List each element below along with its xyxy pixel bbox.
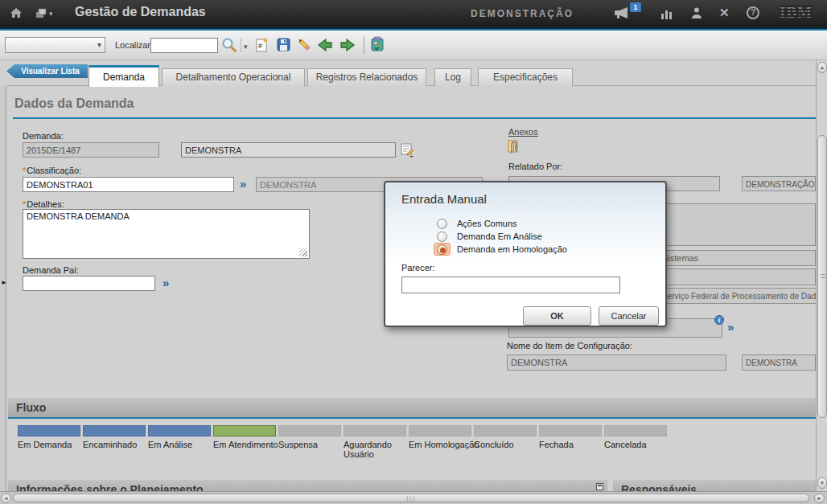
- classificacao-label: *Classificação:: [23, 166, 81, 175]
- fluxo-step-bar: [604, 425, 667, 436]
- svg-text:#: #: [258, 42, 262, 50]
- app-switcher-caret-icon[interactable]: ▾: [49, 8, 53, 20]
- ibm-logo: IBM: [780, 4, 813, 22]
- horizontal-scrollbar[interactable]: ◄ ||| ►: [0, 491, 827, 504]
- long-description-icon[interactable]: [401, 143, 415, 161]
- profile-icon[interactable]: [691, 7, 702, 22]
- item-detail-chevron[interactable]: »: [727, 321, 734, 333]
- required-icon: *: [23, 166, 26, 175]
- detalhes-label: *Detalhes:: [23, 199, 64, 209]
- classificacao-detail-chevron[interactable]: »: [240, 178, 246, 190]
- radio-option-label: Ações Comuns: [457, 219, 517, 228]
- tab-demanda[interactable]: Demanda: [88, 65, 159, 87]
- textarea-resize-grip[interactable]: [299, 248, 307, 256]
- section-rule: [13, 117, 816, 119]
- parecer-input[interactable]: [401, 277, 620, 293]
- radio-highlight: [434, 243, 451, 256]
- scroll-down-button[interactable]: ▼: [817, 477, 827, 489]
- anexos-paperclip-icon[interactable]: [507, 140, 521, 158]
- demanda-pai-label: Demanda Pai:: [23, 265, 79, 275]
- horizontal-scroll-thumb[interactable]: |||: [13, 494, 809, 502]
- fluxo-step-label: Aguardando Usuário: [344, 440, 395, 459]
- radio-option[interactable]: Demanda Em Análise: [434, 230, 567, 243]
- previous-record-icon[interactable]: [315, 37, 334, 56]
- vertical-scroll-thumb[interactable]: [817, 135, 827, 418]
- top-bar: ▾ Gestão de Demandas DEMONSTRAÇÃO 1 ✕ ? …: [0, 0, 827, 27]
- demanda-id-field: 2015DE/1487: [23, 142, 159, 158]
- view-list-tab[interactable]: Visualizar Lista: [6, 64, 88, 78]
- radio-icon[interactable]: [437, 244, 447, 255]
- workflow-icon[interactable]: [369, 36, 385, 55]
- tab-especificacoes[interactable]: Especificações: [478, 68, 573, 86]
- localizar-input[interactable]: [150, 38, 218, 53]
- next-record-icon[interactable]: [339, 37, 357, 56]
- fluxo-section-title: Fluxo: [16, 401, 46, 414]
- home-icon[interactable]: [10, 7, 23, 22]
- radio-group: Ações ComunsDemanda Em AnáliseDemanda em…: [434, 217, 567, 256]
- fluxo-step: Concluído: [474, 425, 537, 459]
- radio-icon[interactable]: [437, 232, 447, 242]
- relatado-por-org-field: DEMONSTRAÇÃO: [742, 176, 816, 191]
- tab-log[interactable]: Log: [434, 68, 471, 86]
- relatado-por-label: Relatado Por:: [508, 162, 562, 171]
- radio-option-label: Demanda em Homologação: [457, 244, 567, 254]
- fluxo-step-bar: [83, 425, 146, 436]
- scroll-left-button[interactable]: ◄: [1, 494, 11, 503]
- vertical-scrollbar[interactable]: ▲ ▼: [816, 60, 827, 491]
- fluxo-step-bar: [344, 425, 406, 436]
- thumb-grip: [821, 274, 825, 278]
- search-options-caret-icon[interactable]: ▾: [244, 41, 248, 53]
- fluxo-step-label: Encaminhado: [83, 440, 146, 449]
- search-icon[interactable]: [221, 37, 237, 56]
- radio-option[interactable]: Demanda em Homologação: [434, 243, 567, 256]
- application-window: ▾ Gestão de Demandas DEMONSTRAÇÃO 1 ✕ ? …: [0, 0, 827, 504]
- readonly-field: [658, 203, 816, 246]
- notification-badge: 1: [630, 2, 641, 12]
- demanda-desc-field: DEMONSTRA: [181, 142, 396, 158]
- fluxo-step-bar: [278, 425, 341, 436]
- help-icon[interactable]: ?: [747, 6, 759, 19]
- fluxo-step: Encaminhado: [83, 425, 146, 459]
- radio-option[interactable]: Ações Comuns: [434, 217, 567, 230]
- fluxo-step-label: Em Atendimento: [213, 440, 276, 449]
- classificacao-input[interactable]: [23, 177, 234, 192]
- toolbar: ▾ Localizar: ▾ #: [0, 31, 827, 60]
- nome-item-desc-field: DEMONSTRA: [742, 354, 816, 371]
- nome-item-field: DEMONSTRA: [507, 354, 726, 371]
- new-record-icon[interactable]: #: [256, 37, 269, 52]
- query-select[interactable]: ▾: [5, 37, 105, 53]
- fluxo-step-bar: [539, 425, 602, 436]
- ok-button[interactable]: OK: [523, 306, 591, 326]
- detalhes-textarea[interactable]: DEMONSTRA DEMANDA: [23, 209, 310, 259]
- tab-registros-relacionados[interactable]: Registros Relacionados: [307, 68, 426, 86]
- fluxo-step: Fechada: [539, 425, 602, 459]
- anexos-link[interactable]: Anexos: [508, 127, 538, 137]
- radio-icon[interactable]: [437, 219, 447, 229]
- fluxo-step-bar: [474, 425, 537, 436]
- reports-icon[interactable]: [660, 8, 673, 23]
- fluxo-step-label: Em Demanda: [18, 440, 80, 449]
- thumb-grip: |||: [406, 495, 415, 501]
- tab-detalhamento-operacional[interactable]: Detalhamento Operacional: [162, 68, 305, 86]
- scroll-up-button[interactable]: ▲: [817, 62, 827, 73]
- scroll-right-button[interactable]: ►: [814, 494, 825, 503]
- chevron-down-icon[interactable]: ▾: [97, 40, 101, 49]
- fluxo-step-label: Concluído: [474, 440, 537, 449]
- minimize-icon[interactable]: [596, 483, 603, 490]
- save-icon[interactable]: [277, 38, 290, 55]
- demanda-pai-detail-chevron[interactable]: »: [163, 277, 169, 289]
- toolbar-dotted-divider: [241, 38, 241, 52]
- fluxo-step-bar: [18, 425, 80, 436]
- clear-changes-icon[interactable]: [297, 37, 313, 56]
- app-title: Gestão de Demandas: [75, 5, 206, 19]
- fluxo-step: Suspensa: [278, 425, 341, 459]
- demanda-pai-input[interactable]: [23, 276, 155, 291]
- app-switcher-icon[interactable]: [35, 7, 47, 22]
- close-icon[interactable]: ✕: [719, 6, 730, 18]
- environment-label: DEMONSTRAÇÃO: [471, 8, 574, 19]
- info-icon[interactable]: i: [714, 315, 724, 325]
- announcements-icon[interactable]: [614, 7, 629, 23]
- cancel-button[interactable]: Cancelar: [599, 306, 659, 326]
- side-panel-toggle-icon[interactable]: ►: [1, 279, 7, 286]
- fluxo-step: Em Demanda: [18, 425, 80, 459]
